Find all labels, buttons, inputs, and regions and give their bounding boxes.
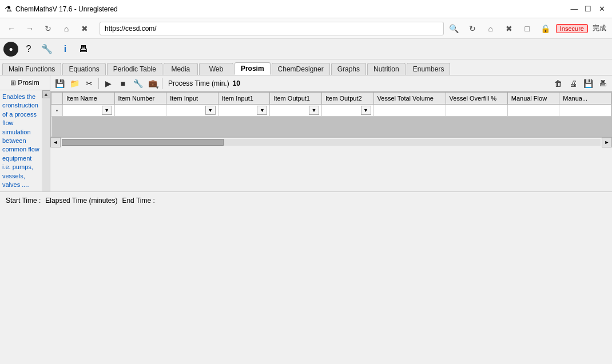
scroll-track xyxy=(43,98,50,191)
data-table: Item Name Item Number Item Input Item In… xyxy=(51,92,611,137)
table-gray-row xyxy=(51,117,611,137)
cell-item-name[interactable]: ▼ xyxy=(63,105,115,117)
col-header-item-name: Item Name xyxy=(63,93,115,105)
play-button[interactable]: ▶ xyxy=(101,77,115,90)
prosim-sidebar-label[interactable]: ⊞ Prosim xyxy=(0,75,50,90)
tab-web[interactable]: Web xyxy=(199,63,233,75)
tab-main-functions[interactable]: Main Functions xyxy=(2,63,61,75)
app-icon-help[interactable]: ? xyxy=(21,41,37,57)
elapsed-time-label: Elapsed Time (minutes) xyxy=(45,197,117,205)
tab-equations[interactable]: Equations xyxy=(62,63,105,75)
maximize-button[interactable]: ☐ xyxy=(582,3,594,15)
item-name-dropdown[interactable]: ▼ xyxy=(102,106,112,115)
tab-media[interactable]: Media xyxy=(164,63,198,75)
browser-close-icon[interactable]: ✖ xyxy=(501,21,517,37)
stop-button[interactable]: ✖ xyxy=(77,21,93,37)
app-icon-settings[interactable]: 🔧 xyxy=(39,41,55,57)
app-icon-circle[interactable]: ● xyxy=(3,42,18,57)
bookmark-icon[interactable]: □ xyxy=(519,21,535,37)
tab-prosim[interactable]: Prosim xyxy=(235,62,271,75)
cell-manual-flow[interactable] xyxy=(507,105,559,117)
scroll-up-arrow[interactable]: ▲ xyxy=(42,90,50,98)
cell-item-output1[interactable]: ▼ xyxy=(270,105,322,117)
data-table-container[interactable]: Item Name Item Number Item Input Item In… xyxy=(50,91,612,137)
item-output1-dropdown[interactable]: ▼ xyxy=(309,106,319,115)
empty-area xyxy=(50,147,612,192)
briefcase-button[interactable]: 💼 ▼ xyxy=(146,77,160,90)
trash-button[interactable]: 🗑 xyxy=(551,77,565,90)
print-button[interactable]: 🖨 xyxy=(566,77,580,90)
app-icon-info[interactable]: i xyxy=(57,41,73,57)
process-time-value: 10 xyxy=(233,79,240,87)
table-row: • ▼ ▼ xyxy=(51,105,611,117)
tab-chemdesigner[interactable]: ChemDesigner xyxy=(272,63,330,75)
item-output2-dropdown[interactable]: ▼ xyxy=(361,106,371,115)
cell-item-input[interactable]: ▼ xyxy=(166,105,218,117)
cell-vessel-overfill[interactable] xyxy=(446,105,507,117)
tools-button[interactable]: 🔧 xyxy=(131,77,145,90)
open-button[interactable]: 📁 xyxy=(67,77,81,90)
cell-vessel-volume[interactable] xyxy=(373,105,446,117)
tab-periodic-table[interactable]: Periodic Table xyxy=(107,63,162,75)
browser-bar: ← → ↻ ⌂ ✖ 🔍 ↻ ⌂ ✖ □ 🔒 Insecure 完成 xyxy=(0,18,612,39)
close-button[interactable]: ✕ xyxy=(596,3,607,15)
grid-icon: ⊞ xyxy=(10,79,16,87)
cell-manual-extra[interactable] xyxy=(559,105,611,117)
forward-button[interactable]: → xyxy=(22,21,38,37)
col-header-item-input1: Item Input1 xyxy=(218,93,270,105)
col-header-manual-extra: Manua... xyxy=(559,93,611,105)
middle-section: ⊞ Prosim Enables the cronstruction of a … xyxy=(0,75,612,191)
col-header-item-input: Item Input xyxy=(166,93,218,105)
cell-item-output2[interactable]: ▼ xyxy=(321,105,373,117)
scroll-right-arrow[interactable]: ► xyxy=(602,137,612,147)
prosim-label: Prosim xyxy=(18,79,39,87)
tb-separator-1 xyxy=(98,78,99,89)
content-area: 💾 📁 ✂ ▶ ■ 🔧 💼 ▼ Process Time (min.) 10 🗑… xyxy=(50,75,612,191)
left-panel-body: Enables the cronstruction of a process f… xyxy=(0,90,50,191)
save-button[interactable]: 💾 xyxy=(53,77,66,90)
col-header-vessel-volume: Vessel Total Volume xyxy=(373,93,446,105)
item-input-dropdown[interactable]: ▼ xyxy=(205,106,216,115)
minimize-button[interactable]: — xyxy=(569,3,580,15)
back-button[interactable]: ← xyxy=(3,21,19,37)
end-time-label: End Time : xyxy=(122,197,154,205)
table-header-row: Item Name Item Number Item Input Item In… xyxy=(51,93,611,105)
export-button[interactable]: 💾 xyxy=(581,77,595,90)
cell-item-number[interactable] xyxy=(114,105,166,117)
scroll-track-h[interactable] xyxy=(62,139,601,146)
url-input[interactable] xyxy=(100,22,444,35)
stop-button[interactable]: ■ xyxy=(116,77,130,90)
col-header-rownum xyxy=(51,93,63,105)
tab-nutrition[interactable]: Nutrition xyxy=(367,63,406,75)
tab-enumbers[interactable]: Enumbers xyxy=(407,63,451,75)
item-input1-dropdown[interactable]: ▼ xyxy=(257,106,267,115)
home-button[interactable]: ⌂ xyxy=(58,21,74,37)
scroll-left-arrow[interactable]: ◄ xyxy=(50,137,61,147)
scroll-thumb-h[interactable] xyxy=(62,139,224,146)
app-icon-monitor[interactable]: 🖶 xyxy=(75,41,92,57)
kanji-label: 完成 xyxy=(590,23,609,33)
screen-button[interactable]: 🖶 xyxy=(596,77,610,90)
sidebar-description: Enables the cronstruction of a process f… xyxy=(0,90,42,191)
nav-tabs: Main Functions Equations Periodic Table … xyxy=(0,59,612,75)
sidebar-scrollbar[interactable]: ▲ xyxy=(42,90,50,191)
col-header-vessel-overfill: Vessel Overfill % xyxy=(446,93,507,105)
app-logo-icon: ⚗ xyxy=(5,5,12,14)
start-time-label: Start Time : xyxy=(6,197,41,205)
status-bar: Start Time : Elapsed Time (minutes) End … xyxy=(0,191,612,209)
lock-icon[interactable]: 🔒 xyxy=(538,21,554,37)
reload-button[interactable]: ↻ xyxy=(40,21,56,37)
process-time-label: Process Time (min.) xyxy=(168,79,229,87)
title-bar: ⚗ ChemMathsV 17.6 - Unregistered — ☐ ✕ xyxy=(0,0,612,18)
browser-bar-right: 🔍 ↻ ⌂ ✖ □ 🔒 Insecure 完成 xyxy=(446,21,609,37)
tab-graphs[interactable]: Graphs xyxy=(331,63,366,75)
row-indicator: • xyxy=(51,105,63,117)
search-icon[interactable]: 🔍 xyxy=(446,21,462,37)
browser-home-icon[interactable]: ⌂ xyxy=(483,21,499,37)
horizontal-scrollbar[interactable]: ◄ ► xyxy=(50,137,612,147)
refresh-icon[interactable]: ↻ xyxy=(464,21,480,37)
left-panel: ⊞ Prosim Enables the cronstruction of a … xyxy=(0,75,50,191)
cell-item-input1[interactable]: ▼ xyxy=(218,105,270,117)
gray-area xyxy=(51,117,611,137)
cut-button[interactable]: ✂ xyxy=(82,77,96,90)
